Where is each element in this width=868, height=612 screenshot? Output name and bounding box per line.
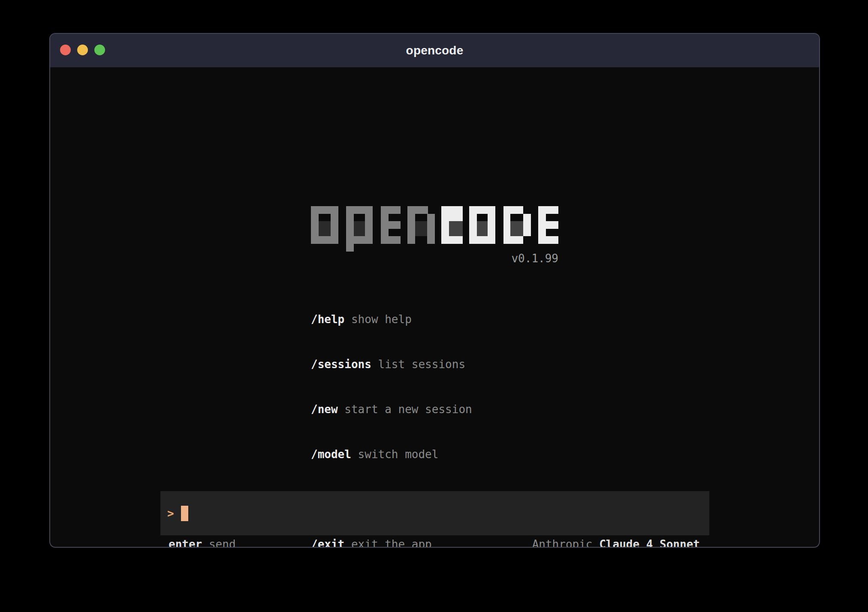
key-hint-action: send	[209, 538, 236, 548]
version-label: v0.1.99	[311, 252, 558, 265]
message-input[interactable]: >	[160, 491, 709, 535]
close-button[interactable]	[60, 45, 71, 55]
command-name: /help	[311, 313, 344, 326]
model-provider: Anthropic	[532, 538, 593, 548]
terminal-area: v0.1.99 /help show help /sessions list s…	[50, 67, 819, 547]
minimize-button[interactable]	[77, 45, 88, 55]
command-description: switch model	[358, 448, 439, 461]
key-hint: enter send	[169, 538, 236, 548]
command-list-item: /help show help	[311, 312, 472, 327]
zoom-button[interactable]	[94, 45, 105, 55]
command-list-item: /new start a new session	[311, 402, 472, 417]
command-list-item: /sessions list sessions	[311, 357, 472, 372]
command-name: /sessions	[311, 358, 371, 371]
window-title: opencode	[406, 44, 464, 57]
prompt-symbol: >	[167, 506, 174, 521]
window-titlebar[interactable]: opencode	[50, 34, 819, 67]
command-list-item: /model switch model	[311, 447, 472, 462]
status-bar: enter send Anthropic Claude 4 Sonnet	[169, 538, 700, 548]
text-cursor	[181, 506, 188, 521]
key-hint-key: enter	[169, 538, 202, 548]
model-name: Claude 4 Sonnet	[599, 538, 700, 548]
command-description: show help	[351, 313, 412, 326]
command-description: list sessions	[378, 358, 466, 371]
opencode-logo-art	[311, 206, 558, 252]
command-description: start a new session	[344, 403, 472, 416]
opencode-window: opencode	[49, 33, 820, 548]
model-indicator[interactable]: Anthropic Claude 4 Sonnet	[532, 538, 700, 548]
command-name: /model	[311, 448, 351, 461]
command-name: /new	[311, 403, 338, 416]
opencode-logo	[311, 206, 558, 252]
traffic-light-buttons	[60, 45, 105, 55]
